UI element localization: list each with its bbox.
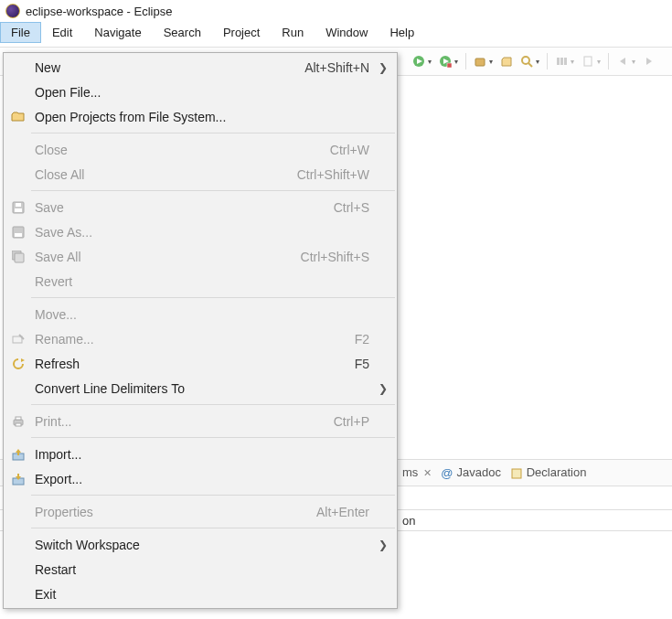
- menu-file[interactable]: File: [0, 22, 41, 43]
- tab-label: Javadoc: [457, 465, 501, 479]
- menu-separator: [31, 495, 395, 496]
- export-icon: [7, 473, 29, 486]
- menu-rename[interactable]: Rename... F2: [4, 326, 397, 351]
- menu-accelerator: Alt+Shift+N: [304, 60, 377, 75]
- mark-occurrences-icon[interactable]: [579, 52, 597, 70]
- close-tab-icon[interactable]: ✕: [423, 467, 432, 478]
- svg-marker-13: [646, 58, 652, 65]
- title-bar: eclipse-workspace - Eclipse: [0, 0, 672, 20]
- menu-exit[interactable]: Exit: [4, 582, 397, 606]
- menu-export[interactable]: Export...: [4, 466, 397, 491]
- menu-label: Open File...: [29, 85, 369, 100]
- menu-open-projects[interactable]: Open Projects from File System...: [4, 104, 397, 129]
- menu-label: Export...: [29, 472, 369, 486]
- menu-label: Save: [29, 200, 334, 215]
- menu-separator: [31, 133, 395, 133]
- svg-rect-8: [557, 58, 560, 65]
- tab-label: Declaration: [527, 465, 587, 479]
- dropdown-arrow-icon[interactable]: ▾: [454, 58, 458, 66]
- menu-restart[interactable]: Restart: [4, 557, 397, 582]
- run-icon[interactable]: [410, 52, 428, 70]
- tab-javadoc[interactable]: @ Javadoc: [441, 465, 501, 480]
- menu-new[interactable]: New Alt+Shift+N ❯: [4, 55, 397, 80]
- toolbar-separator: [608, 53, 609, 69]
- eclipse-logo-icon: [5, 4, 20, 18]
- menu-convert-line-delimiters[interactable]: Convert Line Delimiters To ❯: [4, 376, 397, 400]
- menu-close[interactable]: Close Ctrl+W: [4, 137, 397, 162]
- menu-save[interactable]: Save Ctrl+S: [4, 195, 397, 219]
- tab-declaration[interactable]: Declaration: [510, 465, 586, 480]
- menu-separator: [31, 528, 395, 528]
- window-title: eclipse-workspace - Eclipse: [26, 5, 172, 18]
- svg-point-6: [522, 57, 529, 64]
- menu-close-all[interactable]: Close All Ctrl+Shift+W: [4, 162, 397, 187]
- menu-label: Refresh: [29, 357, 355, 371]
- menu-properties[interactable]: Properties Alt+Enter: [4, 499, 397, 524]
- menu-switch-workspace[interactable]: Switch Workspace ❯: [4, 532, 397, 557]
- menu-accelerator: Ctrl+Shift+W: [297, 167, 377, 182]
- column-label-fragment[interactable]: on: [402, 514, 415, 528]
- menu-label: Rename...: [29, 332, 355, 347]
- menu-label: Import...: [29, 447, 369, 462]
- dropdown-arrow-icon[interactable]: ▾: [489, 58, 493, 66]
- save-as-icon: [7, 226, 29, 239]
- menu-edit[interactable]: Edit: [41, 22, 83, 43]
- menu-bar: File Edit Navigate Search Project Run Wi…: [0, 20, 672, 47]
- menu-project[interactable]: Project: [212, 22, 271, 43]
- menu-refresh[interactable]: Refresh F5: [4, 351, 397, 376]
- dropdown-arrow-icon[interactable]: ▾: [536, 58, 539, 66]
- folder-icon: [7, 111, 29, 123]
- dropdown-arrow-icon[interactable]: ▾: [632, 58, 635, 66]
- menu-run[interactable]: Run: [271, 22, 315, 43]
- menu-import[interactable]: Import...: [4, 442, 397, 466]
- menu-accelerator: Ctrl+P: [334, 414, 377, 429]
- menu-save-as[interactable]: Save As...: [4, 219, 397, 244]
- tab-problems[interactable]: ms ✕: [402, 465, 432, 479]
- svg-rect-10: [564, 58, 567, 65]
- open-type-icon[interactable]: [497, 52, 516, 70]
- menu-accelerator: Alt+Enter: [316, 505, 377, 519]
- svg-marker-12: [620, 58, 625, 65]
- menu-label: Move...: [29, 307, 369, 322]
- submenu-arrow-icon: ❯: [377, 61, 388, 74]
- save-all-icon: [7, 251, 29, 263]
- menu-label: Properties: [29, 505, 316, 519]
- menu-move[interactable]: Move...: [4, 302, 397, 326]
- search-icon[interactable]: [517, 52, 536, 70]
- menu-search[interactable]: Search: [153, 22, 212, 43]
- menu-label: New: [29, 60, 304, 75]
- svg-rect-31: [512, 469, 521, 478]
- svg-rect-20: [15, 253, 24, 262]
- dropdown-arrow-icon[interactable]: ▾: [571, 58, 574, 66]
- menu-label: Close: [29, 143, 330, 157]
- refresh-icon: [7, 358, 29, 370]
- menu-label: Convert Line Delimiters To: [29, 381, 369, 396]
- menu-print[interactable]: Print... Ctrl+P: [4, 409, 397, 433]
- import-icon: [7, 448, 29, 461]
- dropdown-arrow-icon[interactable]: ▾: [597, 58, 601, 66]
- svg-rect-15: [15, 208, 22, 212]
- rename-icon: [7, 333, 29, 346]
- menu-window[interactable]: Window: [315, 22, 379, 43]
- dropdown-arrow-icon[interactable]: ▾: [428, 58, 432, 66]
- toggle-breadcrumb-icon[interactable]: [552, 52, 571, 70]
- forward-icon[interactable]: [640, 52, 658, 70]
- svg-rect-9: [560, 58, 563, 65]
- run-last-icon[interactable]: [436, 52, 454, 70]
- svg-line-7: [528, 63, 532, 67]
- menu-revert[interactable]: Revert: [4, 269, 397, 293]
- svg-rect-21: [13, 336, 22, 343]
- menu-label: Revert: [29, 274, 369, 289]
- menu-save-all[interactable]: Save All Ctrl+Shift+S: [4, 244, 397, 269]
- new-package-icon[interactable]: [471, 52, 489, 70]
- svg-rect-25: [16, 417, 21, 420]
- back-icon[interactable]: [613, 52, 632, 70]
- menu-open-file[interactable]: Open File...: [4, 80, 397, 104]
- save-icon: [7, 201, 29, 214]
- toolbar-separator: [465, 53, 466, 69]
- menu-navigate[interactable]: Navigate: [83, 22, 152, 43]
- menu-help[interactable]: Help: [379, 22, 425, 43]
- svg-rect-4: [447, 63, 452, 68]
- menu-accelerator: Ctrl+S: [334, 200, 377, 215]
- menu-label: Save As...: [29, 225, 369, 240]
